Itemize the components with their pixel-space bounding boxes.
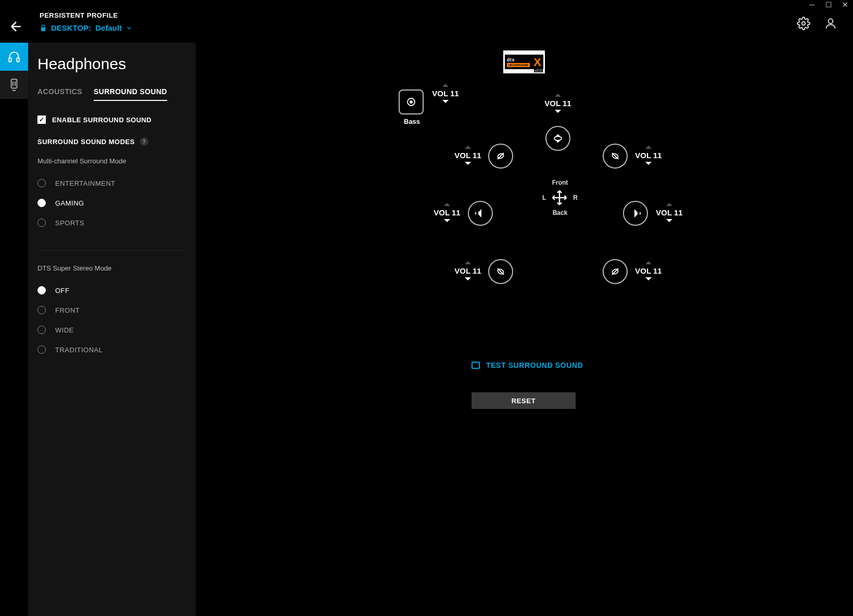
vol-side-right[interactable]: VOL 11 (654, 203, 685, 222)
svg-point-9 (554, 136, 562, 140)
vol-rear-left[interactable]: VOL 11 (452, 261, 483, 280)
dts-heading: DTS Super Stereo Mode (37, 264, 186, 272)
speaker-side-left[interactable] (468, 201, 493, 226)
minimize-button[interactable]: ─ (808, 1, 816, 8)
multi-channel-group: ENTERTAINMENT GAMING SPORTS (37, 173, 186, 233)
vol-front-left[interactable]: VOL 11 (452, 146, 483, 165)
radio-sports[interactable]: SPORTS (37, 213, 186, 233)
svg-rect-3 (17, 58, 19, 62)
speaker-center[interactable] (545, 126, 570, 151)
arrow-up-icon[interactable] (666, 203, 672, 206)
arrow-down-icon[interactable] (645, 162, 652, 165)
arrow-down-icon[interactable] (442, 100, 449, 103)
modes-heading: SURROUND SOUND MODES (37, 138, 135, 146)
speaker-bass[interactable] (399, 89, 424, 114)
speaker-front-left[interactable] (488, 144, 513, 169)
arrow-down-icon[interactable] (465, 277, 471, 280)
arrow-up-icon[interactable] (555, 94, 561, 97)
test-surround-button[interactable]: TEST SURROUND SOUND (472, 361, 583, 369)
arrow-down-icon[interactable] (444, 219, 450, 222)
vol-side-left[interactable]: VOL 11 (431, 203, 463, 222)
tab-surround-sound[interactable]: SURROUND SOUND (94, 87, 167, 101)
arrow-up-icon[interactable] (465, 261, 471, 264)
maximize-button[interactable]: ☐ (825, 1, 832, 8)
bass-label: Bass (404, 118, 420, 125)
sidebar: Headphones ACOUSTICS SURROUND SOUND ✓ EN… (28, 43, 196, 616)
arrow-down-icon[interactable] (555, 110, 561, 113)
vol-rear-right[interactable]: VOL 11 (633, 261, 664, 280)
radio-off[interactable]: OFF (37, 280, 186, 300)
settings-icon[interactable] (797, 17, 810, 32)
profile-selector[interactable]: DESKTOP: Default (40, 23, 132, 32)
arrow-up-icon[interactable] (465, 146, 471, 149)
chevron-down-icon (126, 25, 132, 31)
radio-wide[interactable]: WIDE (37, 320, 186, 340)
radio-traditional[interactable]: TRADITIONAL (37, 340, 186, 360)
arrow-up-icon[interactable] (645, 261, 652, 264)
svg-point-8 (410, 101, 412, 103)
help-icon[interactable]: ? (140, 137, 148, 146)
svg-point-1 (829, 19, 833, 23)
main-panel: dts HEADPHONE X v2.0 VOL 11 Bass VOL 11 (196, 43, 853, 616)
compass-front: Front (552, 179, 568, 186)
window-controls: ─ ☐ ✕ (804, 0, 853, 9)
arrow-down-icon[interactable] (465, 162, 471, 165)
lock-icon (40, 24, 47, 32)
compass-cross-icon (551, 189, 568, 206)
compass-back: Back (553, 209, 568, 216)
speaker-side-right[interactable] (623, 201, 648, 226)
speaker-rear-right[interactable] (603, 259, 628, 284)
dts-group: OFF FRONT WIDE TRADITIONAL (37, 280, 186, 360)
enable-surround-checkbox[interactable]: ✓ ENABLE SURROUND SOUND (37, 116, 186, 124)
svg-point-0 (802, 22, 806, 25)
arrow-down-icon[interactable] (645, 277, 652, 280)
svg-rect-2 (9, 58, 11, 62)
multi-channel-heading: Multi-channel Surround Mode (37, 157, 186, 165)
close-button[interactable]: ✕ (842, 1, 849, 8)
back-button[interactable] (8, 19, 24, 34)
arrow-up-icon[interactable] (444, 203, 450, 206)
user-icon[interactable] (824, 17, 837, 32)
page-title: Headphones (37, 55, 186, 73)
vol-bass[interactable]: VOL 11 (430, 84, 461, 103)
vol-center[interactable]: VOL 11 (542, 94, 574, 113)
speaker-rear-left[interactable] (488, 259, 513, 284)
arrow-up-icon[interactable] (442, 84, 449, 87)
vol-front-right[interactable]: VOL 11 (633, 146, 664, 165)
tab-acoustics[interactable]: ACOUSTICS (37, 87, 82, 101)
compass-left: L (542, 194, 546, 201)
rail-microphone[interactable] (0, 71, 28, 99)
compass-right: R (573, 194, 578, 201)
checkbox-icon: ✓ (37, 116, 46, 124)
reset-button[interactable]: RESET (472, 392, 576, 409)
speaker-front-right[interactable] (603, 144, 628, 169)
compass: Front L R Back (542, 179, 578, 216)
divider (37, 250, 186, 251)
arrow-down-icon[interactable] (666, 219, 672, 222)
arrow-up-icon[interactable] (645, 146, 652, 149)
radio-entertainment[interactable]: ENTERTAINMENT (37, 173, 186, 193)
device-rail (0, 43, 28, 99)
rail-headphones[interactable] (0, 43, 28, 71)
radio-front[interactable]: FRONT (37, 300, 186, 320)
svg-rect-4 (11, 79, 17, 88)
speaker-map: VOL 11 Bass VOL 11 VOL 11 VOL 11 (357, 89, 690, 339)
profile-label: PERSISTENT PROFILE (40, 11, 132, 19)
profile-header: PERSISTENT PROFILE DESKTOP: Default (40, 11, 132, 32)
radio-gaming[interactable]: GAMING (37, 193, 186, 213)
dts-badge: dts HEADPHONE X v2.0 (503, 50, 545, 74)
surround-icon (472, 362, 480, 369)
